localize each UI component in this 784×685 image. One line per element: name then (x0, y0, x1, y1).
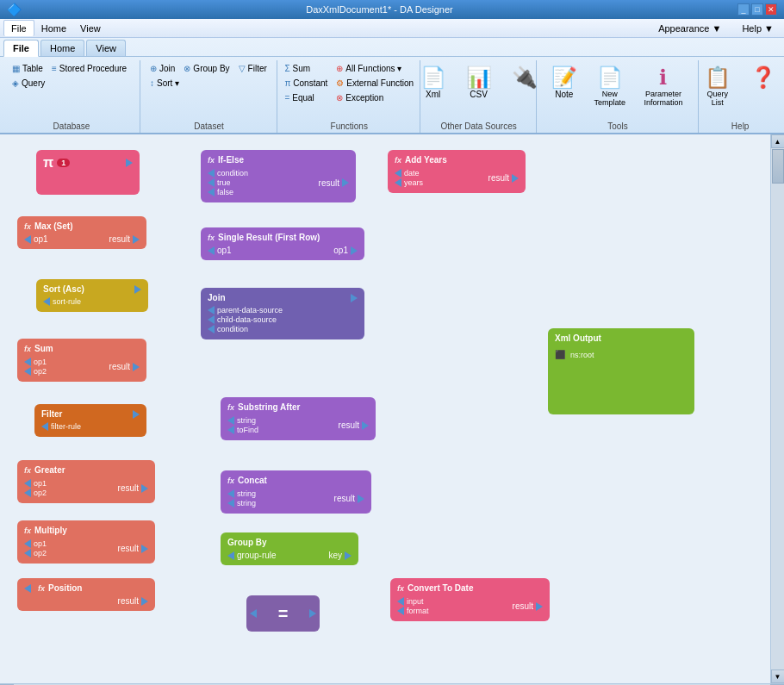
join-condition-label: condition (217, 325, 248, 333)
exception-button[interactable]: ⊗ Exception (333, 91, 417, 104)
greater-ports: op1 op2 result (24, 478, 148, 498)
other-data-sources-label: Other Data Sources (440, 120, 516, 131)
ribbon-group-database: ▦ Table ≡ Stored Procedure ◈ Query Datab… (3, 60, 140, 133)
greater-op1-port: op1 (24, 479, 47, 488)
help-items: 📋 Query List ❓ (696, 62, 784, 119)
scroll-track[interactable] (771, 148, 784, 669)
maximize-button[interactable]: □ (751, 3, 763, 16)
sum-op1-label: op1 (34, 358, 47, 366)
scroll-thumb[interactable] (772, 149, 784, 184)
help-button[interactable]: ❓ (742, 62, 784, 119)
substring-result-port: result (339, 420, 369, 430)
menu-help[interactable]: Help ▼ (735, 21, 781, 36)
concat-string1-port: string (227, 489, 256, 498)
tab-view[interactable]: View (86, 40, 126, 56)
if-else-ports: condition true false result (208, 168, 349, 197)
position-node[interactable]: fx Position result (17, 578, 155, 611)
minimize-button[interactable]: _ (737, 3, 750, 16)
max-set-op1-port: op1 (24, 234, 48, 244)
if-else-node[interactable]: fx If-Else condition true (201, 150, 356, 202)
stored-procedure-button[interactable]: ≡ Stored Procedure (48, 62, 130, 75)
filter-label: Filter (248, 64, 267, 73)
if-else-result-port: result (319, 178, 349, 188)
query-list-button[interactable]: 📋 Query List (696, 62, 739, 119)
substring-after-node[interactable]: fx Substring After string toFind (221, 397, 376, 440)
multiply-op1-port: op1 (24, 539, 47, 548)
max-set-result-port: result (109, 234, 140, 244)
constant-button[interactable]: π Constant (281, 77, 331, 90)
greater-op1-label: op1 (34, 479, 47, 488)
concat-result-port: result (334, 494, 364, 503)
other-data-sources-items: 📄 Xml 📊 CSV 🔌 (412, 62, 546, 119)
external-function-button[interactable]: ⚙ External Function (333, 77, 417, 90)
concat-node[interactable]: fx Concat string string res (221, 470, 371, 514)
tab-home[interactable]: Home (40, 40, 84, 56)
group-by-header: Group By (227, 538, 352, 547)
query-button[interactable]: ◈ Query (9, 77, 48, 90)
add-years-result-port: result (488, 173, 519, 183)
tools-group-label: Tools (607, 120, 627, 131)
xml-output-header: Xml Output (555, 333, 688, 343)
canvas[interactable]: π 1 fx Max (Set) op1 result (0, 134, 770, 683)
xml-button[interactable]: 📄 Xml (412, 62, 455, 119)
tab-file[interactable]: File (3, 40, 39, 57)
convert-input-label: input (407, 597, 424, 606)
join-icon: ⊕ (150, 64, 157, 73)
exception-label: Exception (345, 93, 383, 103)
sort-asc-node[interactable]: Sort (Asc) sort-rule (36, 279, 148, 312)
filter-node[interactable]: Filter filter-rule (34, 404, 146, 437)
greater-node[interactable]: fx Greater op1 op2 result (17, 460, 155, 503)
filter-icon: ▽ (239, 64, 246, 73)
constant-icon: π (284, 78, 290, 88)
convert-format-label: format (407, 607, 429, 615)
max-set-node[interactable]: fx Max (Set) op1 result (17, 216, 146, 249)
join-node[interactable]: Join parent-data-source child-data-sourc… (201, 288, 364, 339)
join-button[interactable]: ⊕ Join (146, 62, 178, 75)
note-button[interactable]: 📝 Note (543, 62, 586, 119)
parameter-info-button[interactable]: ℹ Parameter Information (634, 62, 694, 119)
sum-button[interactable]: Σ Sum (281, 62, 331, 75)
substring-after-ports: string toFind result (227, 415, 369, 435)
group-by-rule-port: group-rule (227, 551, 277, 560)
concat-ports: string string result (227, 489, 364, 508)
da-logo: 🔷 (7, 3, 22, 16)
concat-left-ports: string string (227, 489, 256, 508)
table-button[interactable]: ▦ Table (9, 62, 47, 75)
table-icon: ▦ (12, 64, 20, 73)
xml-output-node[interactable]: Xml Output ⬛ ns:root (548, 328, 694, 414)
substring-tofind-label: toFind (237, 426, 258, 434)
add-years-result-label: result (488, 173, 509, 183)
filter-button[interactable]: ▽ Filter (235, 62, 271, 75)
add-years-node[interactable]: fx Add Years date years res (388, 150, 526, 193)
equal-node[interactable]: = (246, 595, 320, 632)
scroll-up-button[interactable]: ▲ (771, 134, 785, 148)
group-by-node[interactable]: Group By group-rule key (221, 532, 358, 565)
all-functions-button[interactable]: ⊕ All Functions ▾ (333, 62, 417, 75)
pi-node[interactable]: π 1 (36, 150, 140, 195)
multiply-node[interactable]: fx Multiply op1 op2 result (17, 520, 155, 564)
equal-button[interactable]: = Equal (281, 91, 331, 104)
menu-appearance[interactable]: Appearance ▼ (651, 21, 728, 36)
new-template-button[interactable]: 📄 New Template (588, 62, 632, 119)
sum-node[interactable]: fx Sum op1 op2 result (17, 339, 146, 382)
scroll-down-button[interactable]: ▼ (771, 669, 785, 683)
multiply-result-label: result (118, 544, 139, 553)
query-icon: ◈ (12, 78, 19, 88)
convert-to-date-node[interactable]: fx Convert To Date input format (390, 578, 550, 621)
tools-items: 📝 Note 📄 New Template ℹ Parameter Inform… (543, 62, 694, 119)
csv-button[interactable]: 📊 CSV (457, 62, 501, 119)
close-button[interactable]: ✕ (765, 3, 777, 16)
menu-home[interactable]: Home (34, 21, 73, 36)
if-else-false-port: false (208, 188, 248, 196)
menu-view[interactable]: View (73, 21, 108, 36)
query-label: Query (22, 78, 45, 88)
constant-label: Constant (293, 78, 327, 88)
group-by-key-label: key (328, 551, 342, 560)
sort-button[interactable]: ↕ Sort ▾ (146, 77, 183, 90)
single-result-node[interactable]: fx Single Result (First Row) op1 op1 (201, 227, 364, 260)
menu-file[interactable]: File (3, 20, 34, 36)
vertical-scrollbar[interactable]: ▲ ▼ (770, 134, 784, 683)
group-by-button[interactable]: ⊗ Group By (180, 62, 233, 75)
join-parent-port: parent-data-source (208, 306, 358, 314)
ribbon-tabs: File Home View (0, 38, 784, 57)
